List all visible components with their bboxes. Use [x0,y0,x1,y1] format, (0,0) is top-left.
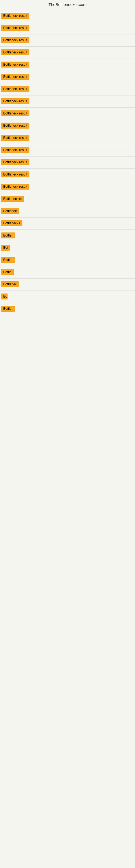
bottleneck-item: Bottleneck r [0,218,135,229]
bottleneck-badge[interactable]: Bottleneck result [1,74,30,80]
bottleneck-item: Bottleneck result [0,46,135,59]
bottleneck-badge[interactable]: Bottlenec [1,208,19,214]
bottleneck-badge[interactable]: Bottleneck result [1,159,30,165]
bottleneck-item: Bottlen [0,254,135,266]
bottleneck-badge[interactable]: Bottleneck result [1,135,30,141]
bottleneck-badge[interactable]: Bottleneck result [1,13,30,19]
bottleneck-item: Bottleneck result [0,132,135,144]
page-container: TheBottlenecker.com Bottleneck resultBot… [0,0,135,315]
bottleneck-badge[interactable]: Bottleneck result [1,62,30,67]
bottleneck-badge[interactable]: Bottleneck result [1,37,30,43]
bottleneck-badge[interactable]: Bottleneck result [1,123,30,129]
bottleneck-badge[interactable]: Bottlen [1,257,15,263]
bottleneck-item: Bottleneck result [0,34,135,46]
bottleneck-item: Bottleneck result [0,10,135,22]
bottleneck-item: Bottlenec [0,279,135,290]
bottleneck-item: Bottleneck result [0,144,135,156]
bottleneck-item: Bottleneck result [0,156,135,168]
bottleneck-item: Bottleneck re [0,193,135,205]
bottleneck-badge[interactable]: Bottleneck re [1,196,24,202]
bottleneck-item: Bottleneck result [0,22,135,34]
bottleneck-item: Bottleneck result [0,71,135,83]
bottleneck-item: Bottleneck result [0,169,135,181]
bottleneck-badge[interactable]: Bottle [1,269,14,275]
bottleneck-item: Bottleneck result [0,120,135,132]
bottleneck-badge[interactable]: Bottleneck result [1,50,30,55]
bottleneck-item: Bottlenec [0,205,135,217]
bottleneck-item: Bottleneck result [0,83,135,95]
bottleneck-badge[interactable]: Bottlen [1,232,15,239]
bottleneck-item: Bot [0,242,135,254]
bottleneck-badge[interactable]: Bottleneck result [1,147,30,153]
bottleneck-badge[interactable]: Bottleneck result [1,25,30,31]
bottleneck-item: Bottlen [0,230,135,242]
bottleneck-item: Bottleneck result [0,95,135,107]
bottleneck-item: Bottleneck result [0,181,135,193]
bottleneck-badge[interactable]: Bo [1,293,8,300]
bottleneck-item: Bottle [0,267,135,278]
bottleneck-badge[interactable]: Bottlenec [1,281,19,287]
bottleneck-badge[interactable]: Bottleneck result [1,172,30,177]
bottleneck-badge[interactable]: Bottler [1,306,15,312]
bottleneck-item: Bottleneck result [0,59,135,71]
bottleneck-item: Bottleneck result [0,108,135,120]
bottleneck-item: Bo [0,291,135,303]
bottleneck-badge[interactable]: Bottleneck result [1,111,30,116]
bottleneck-badge[interactable]: Bottleneck r [1,220,22,226]
bottleneck-badge[interactable]: Bottleneck result [1,98,30,104]
site-title: TheBottlenecker.com [0,0,135,10]
bottleneck-item: Bottler [0,303,135,315]
bottleneck-badge[interactable]: Bottleneck result [1,184,30,190]
bottleneck-badge[interactable]: Bot [1,245,10,251]
bottleneck-badge[interactable]: Bottleneck result [1,86,30,92]
